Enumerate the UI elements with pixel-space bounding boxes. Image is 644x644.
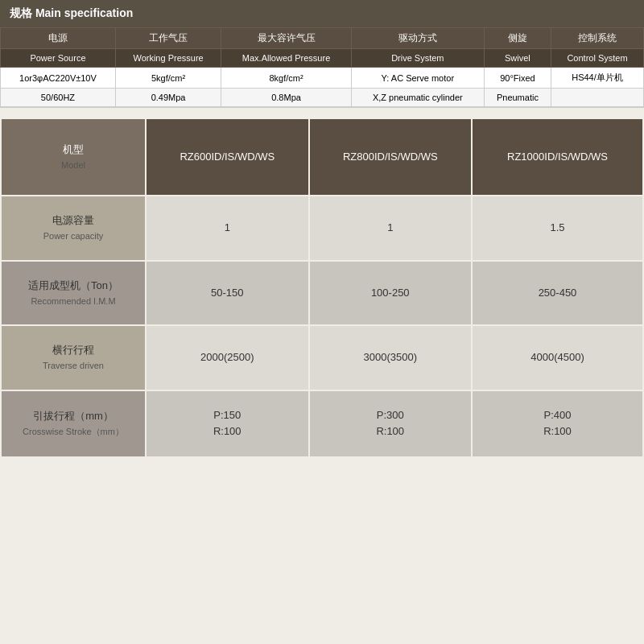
col-header-en-4: Drive System <box>351 49 484 68</box>
model-row-3-val-1: 2000(2500) <box>146 325 309 390</box>
model-header-en: Model <box>10 159 137 173</box>
model-row-1-val-2: 1 <box>309 196 473 260</box>
model-row-1-label: 电源容量 Power capacity <box>1 196 146 260</box>
col-header-cn-1: 电源 <box>1 28 116 49</box>
spec-cell-2-6 <box>551 89 644 107</box>
model-header-cn: 机型 <box>10 142 137 159</box>
spec-cell-1-2: 5kgf/cm² <box>115 68 221 89</box>
model-col-1: RZ600ID/IS/WD/WS <box>146 118 309 196</box>
col-header-en-6: Control System <box>551 49 644 68</box>
model-row-4-val-3: P:400R:100 <box>472 390 643 458</box>
model-row-3: 横行行程 Traverse driven 2000(2500) 3000(350… <box>1 325 643 390</box>
english-header-row: Power Source Working Pressure Max.Allowe… <box>1 49 644 68</box>
model-table: 机型 Model RZ600ID/IS/WD/WS RZ800ID/IS/WD/… <box>0 118 644 458</box>
col-header-cn-6: 控制系统 <box>551 28 644 49</box>
header-title: 规格 Main specification <box>10 6 133 19</box>
col-header-cn-5: 侧旋 <box>484 28 551 49</box>
chinese-header-row: 电源 工作气压 最大容许气压 驱动方式 侧旋 控制系统 <box>1 28 644 49</box>
col-header-en-3: Max.Allowed Pressure <box>221 49 352 68</box>
col-header-en-5: Swivel <box>484 49 551 68</box>
model-row-3-label: 横行行程 Traverse driven <box>1 325 146 390</box>
model-row-4: 引拔行程（mm） Crosswise Stroke（mm） P:150R:100… <box>1 390 643 458</box>
spec-table-section: 电源 工作气压 最大容许气压 驱动方式 侧旋 控制系统 Power Source… <box>0 27 644 108</box>
model-row-1: 电源容量 Power capacity 1 1 1.5 <box>1 196 643 260</box>
model-col-2: RZ800ID/IS/WD/WS <box>309 118 473 196</box>
model-row-2-val-1: 50-150 <box>146 261 309 325</box>
model-label-header: 机型 Model <box>1 118 146 196</box>
model-row-2-val-2: 100-250 <box>309 261 473 325</box>
spec-cell-1-6: HS44/单片机 <box>551 68 644 89</box>
spec-cell-2-1: 50/60HZ <box>1 89 116 107</box>
col-header-cn-4: 驱动方式 <box>351 28 484 49</box>
spec-cell-1-3: 8kgf/cm² <box>221 68 352 89</box>
col-header-cn-2: 工作气压 <box>115 28 221 49</box>
model-row-2-label: 适用成型机（Ton） Recommended I.M.M <box>1 261 146 325</box>
page-wrapper: 规格 Main specification 电源 工作气压 最大容许气压 驱动方… <box>0 0 644 458</box>
col-header-en-1: Power Source <box>1 49 116 68</box>
model-col-3: RZ1000ID/IS/WD/WS <box>472 118 643 196</box>
model-header-row: 机型 Model RZ600ID/IS/WD/WS RZ800ID/IS/WD/… <box>1 118 643 196</box>
spec-table: 电源 工作气压 最大容许气压 驱动方式 侧旋 控制系统 Power Source… <box>0 27 644 107</box>
model-row-2: 适用成型机（Ton） Recommended I.M.M 50-150 100-… <box>1 261 643 325</box>
model-row-4-label: 引拔行程（mm） Crosswise Stroke（mm） <box>1 390 146 458</box>
model-section: 机型 Model RZ600ID/IS/WD/WS RZ800ID/IS/WD/… <box>0 118 644 458</box>
model-row-2-val-3: 250-450 <box>472 261 643 325</box>
spec-cell-2-5: Pneumatic <box>484 89 551 107</box>
spec-row-1: 1or3φAC220V±10V 5kgf/cm² 8kgf/cm² Y: AC … <box>1 68 644 89</box>
col-header-en-2: Working Pressure <box>115 49 221 68</box>
model-row-1-val-3: 1.5 <box>472 196 643 260</box>
page-header: 规格 Main specification <box>0 0 644 27</box>
model-row-1-val-1: 1 <box>146 196 309 260</box>
spec-cell-2-2: 0.49Mpa <box>115 89 221 107</box>
spec-row-2: 50/60HZ 0.49Mpa 0.8Mpa X,Z pneumatic cyl… <box>1 89 644 107</box>
model-row-4-val-1: P:150R:100 <box>146 390 309 458</box>
model-row-3-val-2: 3000(3500) <box>309 325 473 390</box>
model-row-4-val-2: P:300R:100 <box>309 390 473 458</box>
model-row-3-val-3: 4000(4500) <box>472 325 643 390</box>
spec-cell-1-5: 90°Fixed <box>484 68 551 89</box>
spec-cell-2-3: 0.8Mpa <box>221 89 352 107</box>
spec-cell-1-1: 1or3φAC220V±10V <box>1 68 116 89</box>
spec-cell-2-4: X,Z pneumatic cylinder <box>351 89 484 107</box>
col-header-cn-3: 最大容许气压 <box>221 28 352 49</box>
spec-cell-1-4: Y: AC Serve motor <box>351 68 484 89</box>
